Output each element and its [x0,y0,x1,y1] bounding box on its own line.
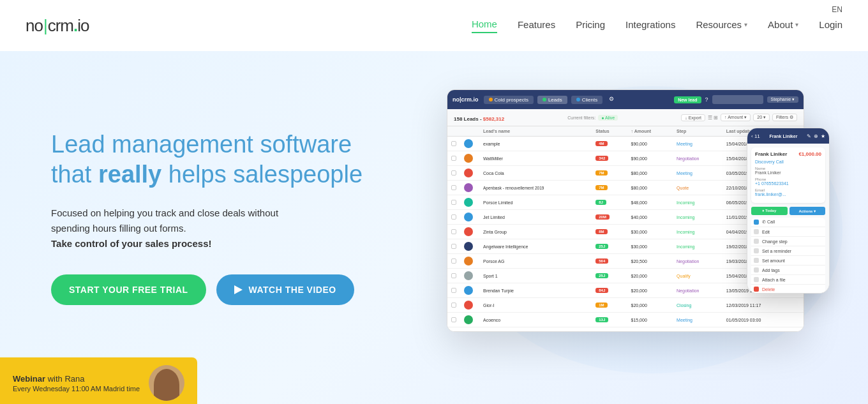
phone-menu-change-step[interactable]: Change step [751,237,825,246]
row-amount: $15,000 [627,313,673,327]
resources-chevron-icon: ▾ [744,21,747,28]
phone-lead-name: Frank Liniker [769,134,797,138]
change-step-icon [754,239,759,244]
row-name: Jet Limited [479,210,592,225]
field-value[interactable]: frank.liniker@... [755,192,821,197]
hero-cta-buttons: START YOUR FREE TRIAL WATCH THE VIDEO [51,274,383,305]
row-checkbox [447,181,460,195]
phone-field-phone: Phone +1 07655623341 [755,177,821,186]
row-step: Meeting [673,313,722,327]
row-checkbox [447,166,460,181]
count-selector[interactable]: 20 ▾ [753,114,770,121]
nav-item-resources[interactable]: Resources ▾ [696,19,747,33]
webinar-banner[interactable]: Webinar with Rana Every Wednesday 11:00 … [0,357,197,404]
logo-no: no [26,16,43,36]
tags-icon [754,267,759,273]
avatar-silhouette [154,369,179,401]
phone-header-actions: ✎ ⊕ ★ [807,133,825,139]
row-amount: $90,000 [627,151,673,166]
row-status: 8J [592,195,627,210]
phone-menu-reminder[interactable]: Set a reminder [751,246,825,256]
nav-item-login[interactable]: Login [819,19,842,33]
phone-menu-amount[interactable]: Set amount [751,256,825,266]
phone-lead-card: Frank Liniker €1,000.00 Discovery Call N… [751,147,825,203]
phone-menu-call[interactable]: ✆ Call [751,218,825,227]
row-step: Closing [673,298,722,313]
delete-icon [754,287,759,292]
phone-field-email: Email frank.liniker@... [755,188,821,197]
phone-edit-icon[interactable]: ✎ [807,133,811,139]
export-button[interactable]: ↓ Export [681,114,705,121]
app-tab-cold: Cold prospects [484,96,534,104]
logo[interactable]: no|crm.io [26,16,89,36]
nav-item-about[interactable]: About ▾ [768,19,798,33]
logo-io: io [77,16,89,36]
row-checkbox [447,225,460,239]
menu-delete-label: Delete [762,287,775,292]
app-nav-tabs: Cold prospects Leads Clients ⚙ [484,96,670,104]
nav-item-pricing[interactable]: Pricing [576,19,605,33]
row-avatar [460,166,479,181]
nav-item-home[interactable]: Home [472,19,497,33]
row-name: Porsce Limited [479,195,592,210]
edit-icon [754,229,759,234]
row-name: Apenbask - renouvellement 2019 [479,181,592,195]
amount-button[interactable]: ↑ Amount ▾ [721,114,751,121]
webinar-schedule: Every Wednesday 11:00 AM Madrid time [13,385,140,393]
row-avatar [460,151,479,166]
subheader-actions: ↓ Export ☰ ⊞ ↑ Amount ▾ 20 ▾ Filters ⚙ [681,114,797,121]
leads-count: 158 Leads - [454,116,483,122]
phone-today-button[interactable]: ♦ Today [751,207,788,215]
row-name: Porsce AG [479,254,592,269]
table-row[interactable]: Gior-I 1M $20,000 Closing 12/03/2019 11:… [447,298,804,313]
leads-count-section: 158 Leads - $582,312 [454,112,504,123]
watch-video-button[interactable]: WATCH THE VIDEO [216,274,354,305]
row-name: WattMiller [479,151,592,166]
view-toggle-icons[interactable]: ☰ ⊞ [708,115,718,121]
row-status: 1M [592,298,627,313]
row-name: Sport 1 [479,269,592,283]
phone-share-icon[interactable]: ⊕ [814,133,818,139]
col-lead-name: Lead's name [479,126,592,137]
row-status: 564 [592,254,627,269]
row-status: 342 [592,151,627,166]
header: no|crm.io Home Features Pricing Integrat… [0,0,868,51]
phone-menu-file[interactable]: Attach a file [751,275,825,285]
row-checkbox [447,137,460,151]
field-value: Frank Liniker [755,170,821,175]
row-checkbox [447,195,460,210]
leads-amount: $582,312 [483,116,504,122]
alive-filter-tag[interactable]: ● Alive [598,115,618,121]
phone-mockup: ‹ 11 Frank Liniker ✎ ⊕ ★ Frank Liniker €… [747,128,830,294]
row-status: 84J [592,283,627,298]
filters-button[interactable]: Filters ⚙ [772,114,797,121]
hero-title-really: really [98,161,161,188]
phone-actions-dropdown[interactable]: Actions ▾ [789,207,826,215]
row-step: Meeting [673,166,722,181]
col-avatar [460,126,479,137]
row-amount: $20,500 [627,254,673,269]
row-date: 12/03/2019 11:17 [722,298,792,313]
language-selector[interactable]: EN [832,5,842,14]
help-icon: ? [705,96,708,103]
phone-menu-edit[interactable]: Edit [751,227,825,237]
phone-back-button[interactable]: ‹ 11 [751,133,760,139]
nav-item-features[interactable]: Features [518,19,555,33]
field-value[interactable]: +1 07655623341 [755,181,821,186]
menu-tags-label: Add tags [762,268,780,273]
phone-menu-tags[interactable]: Add tags [751,266,825,275]
phone-menu-delete[interactable]: Delete [751,285,825,293]
menu-edit-label: Edit [762,230,770,234]
table-row[interactable]: Acoenco 13J $15,000 Meeting 01/05/2019 0… [447,313,804,327]
start-trial-button[interactable]: START YOUR FREE TRIAL [51,274,206,305]
row-step: Meeting [673,137,722,151]
reminder-icon [754,248,759,253]
row-name: Acoenco [479,313,592,327]
app-header-bar: no|crm.io Cold prospects Leads Clients ⚙… [447,90,804,109]
nav-item-integrations[interactable]: Integrations [625,19,675,33]
row-avatar [460,239,479,254]
new-lead-button[interactable]: New lead [674,96,701,103]
phone-star-icon[interactable]: ★ [821,133,825,139]
main-nav: Home Features Pricing Integrations Resou… [472,19,842,33]
user-badge: Stephanie ▾ [767,96,798,103]
